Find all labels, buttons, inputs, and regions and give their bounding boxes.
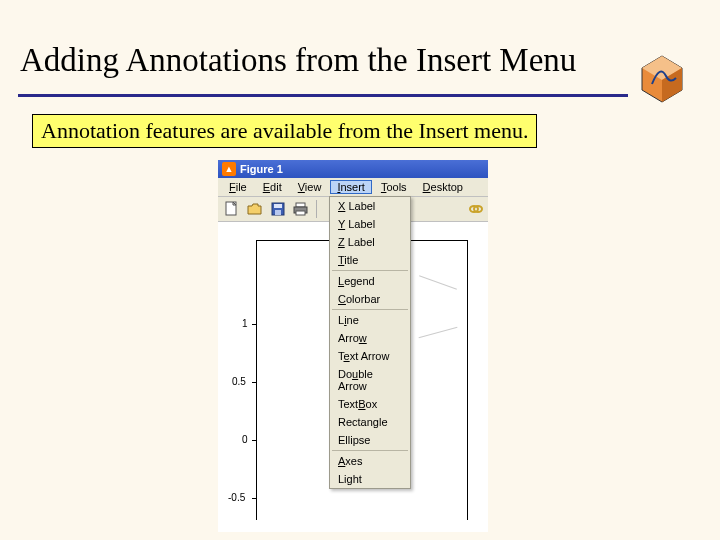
menu-colorbar[interactable]: Colorbar xyxy=(330,290,410,308)
title-underline xyxy=(18,94,628,97)
menu-rectangle[interactable]: Rectangle xyxy=(330,413,410,431)
menu-separator xyxy=(332,270,408,271)
ytick-1: 1 xyxy=(242,318,248,329)
menu-separator xyxy=(332,450,408,451)
menu-axes[interactable]: Axes xyxy=(330,452,410,470)
insert-dropdown: X Label Y Label Z Label Title Legend Col… xyxy=(329,196,411,489)
menu-insert[interactable]: Insert xyxy=(330,180,372,194)
matlab-logo xyxy=(634,50,690,106)
link-icon[interactable] xyxy=(466,199,486,219)
new-icon[interactable] xyxy=(222,199,242,219)
svg-rect-9 xyxy=(296,211,305,215)
menu-title[interactable]: Title xyxy=(330,251,410,269)
ytick-0: 0 xyxy=(242,434,248,445)
menu-textbox[interactable]: TextBox xyxy=(330,395,410,413)
print-icon[interactable] xyxy=(291,199,311,219)
menu-tools[interactable]: Tools xyxy=(374,180,414,194)
matlab-app-icon: ▲ xyxy=(222,162,236,176)
menu-edit[interactable]: Edit xyxy=(256,180,289,194)
callout-box: Annotation features are available from t… xyxy=(32,114,537,148)
menu-separator xyxy=(332,309,408,310)
svg-rect-7 xyxy=(296,203,305,207)
menu-arrow[interactable]: Arrow xyxy=(330,329,410,347)
window-title: Figure 1 xyxy=(240,163,283,175)
page-title: Adding Annotations from the Insert Menu xyxy=(20,42,576,79)
menu-textarrow[interactable]: Text Arrow xyxy=(330,347,410,365)
menubar: File Edit View Insert Tools Desktop xyxy=(218,178,488,197)
window-titlebar: ▲ Figure 1 xyxy=(218,160,488,178)
menu-ellipse[interactable]: Ellipse xyxy=(330,431,410,449)
menu-xlabel[interactable]: X Label xyxy=(330,197,410,215)
save-icon[interactable] xyxy=(268,199,288,219)
ytick-0p5: 0.5 xyxy=(232,376,246,387)
toolbar-separator xyxy=(316,200,317,218)
menu-line[interactable]: Line xyxy=(330,311,410,329)
menu-legend[interactable]: Legend xyxy=(330,272,410,290)
menu-light[interactable]: Light xyxy=(330,470,410,488)
open-icon[interactable] xyxy=(245,199,265,219)
menu-view[interactable]: View xyxy=(291,180,329,194)
svg-rect-6 xyxy=(275,210,281,215)
menu-zlabel[interactable]: Z Label xyxy=(330,233,410,251)
menu-desktop[interactable]: Desktop xyxy=(416,180,470,194)
figure-window: ▲ Figure 1 File Edit View Insert Tools D… xyxy=(218,160,488,532)
ytick-neg0p5: -0.5 xyxy=(228,492,245,503)
svg-rect-5 xyxy=(274,204,282,208)
menu-file[interactable]: File xyxy=(222,180,254,194)
menu-doublearrow[interactable]: Double Arrow xyxy=(330,365,410,395)
menu-ylabel[interactable]: Y Label xyxy=(330,215,410,233)
